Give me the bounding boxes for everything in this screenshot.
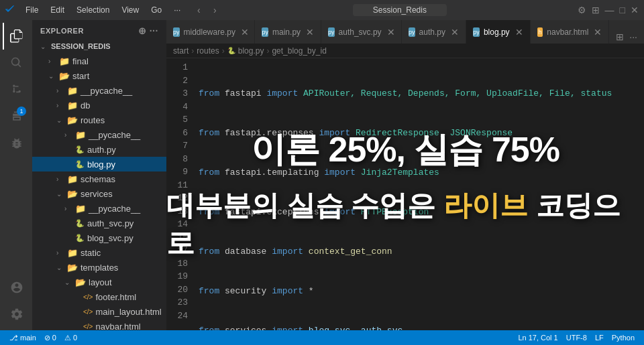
tree-root[interactable]: ⌄ SESSION_REDIS bbox=[32, 39, 166, 54]
folder-icon: 📂 bbox=[75, 277, 86, 287]
nav-back-button[interactable]: ‹ bbox=[191, 3, 206, 17]
list-item[interactable]: ⌄ 📂 start bbox=[32, 68, 166, 83]
activity-debug[interactable] bbox=[3, 130, 30, 157]
list-item[interactable]: › 🐍 auth_svc.py bbox=[32, 216, 166, 230]
status-errors[interactable]: ⊘ 0 bbox=[40, 330, 60, 345]
html-icon: </> bbox=[83, 323, 93, 330]
git-branch-icon: ⎇ bbox=[9, 334, 18, 342]
menu-edit[interactable]: Edit bbox=[45, 4, 70, 16]
tree-item-label: routes bbox=[80, 115, 105, 125]
status-language[interactable]: Python bbox=[608, 334, 639, 342]
nav-forward-button[interactable]: › bbox=[207, 3, 222, 17]
tree-item-label: templates bbox=[80, 263, 118, 273]
list-item[interactable]: › 📁 __pycache__ bbox=[32, 201, 166, 216]
list-item[interactable]: › 📁 __pycache__ bbox=[32, 83, 166, 98]
tabs-bar: py middleware.py ✕ py main.py ✕ py auth_… bbox=[166, 20, 644, 44]
tab-middleware[interactable]: py middleware.py ✕ bbox=[166, 20, 255, 44]
tab-blog[interactable]: py blog.py ✕ bbox=[466, 20, 531, 44]
status-line-ending[interactable]: LF bbox=[591, 334, 608, 342]
status-encoding[interactable]: UTF-8 bbox=[562, 334, 591, 342]
folder-icon: 📁 bbox=[67, 248, 78, 258]
breadcrumb-start[interactable]: start bbox=[173, 46, 189, 56]
list-item[interactable]: ⌄ 📂 layout bbox=[32, 275, 166, 289]
close-icon[interactable]: ✕ bbox=[306, 27, 314, 38]
python-icon: 🐍 bbox=[75, 219, 85, 228]
minimize-button[interactable]: — bbox=[605, 5, 614, 15]
tree-item-label: auth.py bbox=[87, 145, 116, 155]
settings-icon[interactable]: ⚙ bbox=[578, 5, 586, 15]
python-icon: 🐍 bbox=[75, 145, 85, 154]
tab-label: auth_svc.py bbox=[339, 27, 382, 37]
menu-view[interactable]: View bbox=[116, 4, 144, 16]
tab-label: middleware.py bbox=[184, 27, 235, 37]
tab-icon: h bbox=[537, 27, 543, 37]
tab-main[interactable]: py main.py ✕ bbox=[255, 20, 321, 44]
tab-icon: py bbox=[473, 27, 480, 37]
menu-go[interactable]: Go bbox=[146, 4, 167, 16]
activity-search[interactable] bbox=[3, 50, 30, 76]
close-icon[interactable]: ✕ bbox=[387, 27, 395, 38]
list-item[interactable]: › </> footer.html bbox=[32, 289, 166, 304]
status-branch[interactable]: ⎇ main bbox=[5, 330, 40, 345]
close-icon[interactable]: ✕ bbox=[241, 27, 249, 38]
status-cursor[interactable]: Ln 17, Col 1 bbox=[514, 334, 561, 342]
menu-file[interactable]: File bbox=[20, 4, 44, 16]
list-item[interactable]: › 🐍 auth.py bbox=[32, 142, 166, 157]
menu-more[interactable]: ··· bbox=[168, 4, 186, 16]
code-content[interactable]: from fastapi import APIRouter, Request, … bbox=[193, 58, 644, 330]
extension-badge: 1 bbox=[17, 107, 26, 116]
tree-item-label: services bbox=[80, 189, 113, 199]
folder-icon: 📁 bbox=[75, 130, 86, 140]
maximize-button[interactable]: □ bbox=[620, 5, 625, 15]
search-bar[interactable]: Session_Redis bbox=[353, 4, 447, 16]
close-icon[interactable]: ✕ bbox=[594, 27, 602, 38]
tree-item-label: schemas bbox=[80, 174, 115, 184]
list-item[interactable]: › </> main_layout.html bbox=[32, 304, 166, 319]
tab-label: navbar.html bbox=[547, 27, 588, 37]
tab-auth[interactable]: py auth.py ✕ bbox=[402, 20, 466, 44]
more-actions-icon[interactable]: ··· bbox=[628, 30, 639, 44]
file-tree: ⌄ SESSION_REDIS › 📁 final ⌄ 📂 start › 📁 … bbox=[32, 39, 166, 330]
code-editor: 1 2 3 4 5 6 7 8 9 11 12 13 14 15 17 18 1… bbox=[166, 58, 644, 330]
breadcrumb-function[interactable]: get_blog_by_id bbox=[272, 46, 326, 56]
activity-source-control[interactable] bbox=[3, 76, 30, 103]
activity-account[interactable] bbox=[3, 274, 30, 301]
new-file-icon[interactable]: ⊕ bbox=[138, 25, 147, 36]
tree-item-label: final bbox=[72, 56, 89, 66]
tab-auth-svc[interactable]: py auth_svc.py ✕ bbox=[321, 20, 402, 44]
tree-item-label: blog.py bbox=[87, 159, 115, 169]
tree-item-label: layout bbox=[89, 277, 112, 287]
menu-selection[interactable]: Selection bbox=[71, 4, 115, 16]
list-item[interactable]: › 📁 __pycache__ bbox=[32, 127, 166, 142]
list-item[interactable]: ⌄ 📂 routes bbox=[32, 113, 166, 127]
tab-navbar[interactable]: h navbar.html ✕ bbox=[531, 20, 610, 44]
activity-extensions[interactable]: 1 bbox=[3, 103, 30, 130]
list-item[interactable]: › 📁 static bbox=[32, 245, 166, 260]
status-warnings[interactable]: ⚠ 0 bbox=[60, 330, 81, 345]
split-editor-icon[interactable]: ⊞ bbox=[614, 30, 625, 44]
activity-settings[interactable] bbox=[3, 301, 30, 328]
line-numbers: 1 2 3 4 5 6 7 8 9 11 12 13 14 15 17 18 1… bbox=[166, 58, 193, 330]
activity-explorer[interactable] bbox=[3, 23, 30, 50]
tree-item-label: auth_svc.py bbox=[87, 218, 133, 228]
list-item[interactable]: › 🐍 blog.py bbox=[32, 157, 166, 171]
list-item[interactable]: ⌄ 📂 templates bbox=[32, 260, 166, 275]
close-icon[interactable]: ✕ bbox=[515, 27, 523, 38]
language-label: Python bbox=[612, 334, 635, 342]
breadcrumb-blogpy[interactable]: blog.py bbox=[238, 46, 264, 56]
warning-icon: ⚠ bbox=[64, 334, 71, 342]
close-button[interactable]: ✕ bbox=[631, 5, 639, 15]
list-item[interactable]: › </> navbar.html bbox=[32, 319, 166, 330]
list-item[interactable]: › 📁 schemas bbox=[32, 171, 166, 186]
list-item[interactable]: › 📁 final bbox=[32, 54, 166, 68]
window-layout-icon[interactable]: ⊞ bbox=[592, 5, 600, 15]
list-item[interactable]: › 📁 db bbox=[32, 98, 166, 113]
sidebar-more-icon[interactable]: ··· bbox=[150, 25, 158, 36]
close-icon[interactable]: ✕ bbox=[451, 27, 459, 38]
list-item[interactable]: › 🐍 blog_svc.py bbox=[32, 230, 166, 245]
tree-item-label: main_layout.html bbox=[95, 307, 161, 317]
search-title: Session_Redis bbox=[373, 5, 427, 15]
tree-item-label: __pycache__ bbox=[80, 86, 132, 96]
breadcrumb-routes[interactable]: routes bbox=[197, 46, 219, 56]
list-item[interactable]: ⌄ 📂 services bbox=[32, 186, 166, 201]
